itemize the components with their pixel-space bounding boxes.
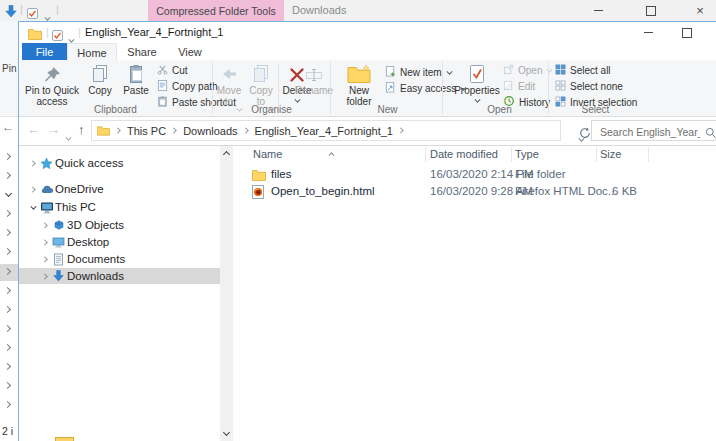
- background-window-left-edge: Pin ← 2 i: [0, 21, 18, 441]
- pin-to-quick-access-button[interactable]: Pin to Quick access: [23, 62, 81, 107]
- breadcrumb-chevron-icon[interactable]: [116, 128, 122, 134]
- sidebar-scrollbar[interactable]: [220, 146, 233, 441]
- tree-chevron-icon[interactable]: [5, 382, 12, 389]
- folder-icon: [252, 169, 266, 183]
- button-label: Properties: [454, 85, 500, 96]
- column-separator[interactable]: [596, 147, 597, 162]
- document-icon: [50, 253, 67, 266]
- tree-chevron-icon[interactable]: [5, 210, 12, 217]
- breadcrumb-chevron-icon[interactable]: [398, 128, 404, 134]
- tree-chevron-icon[interactable]: [42, 222, 48, 228]
- paste-button[interactable]: Paste: [119, 62, 153, 96]
- tree-chevron-icon[interactable]: [5, 153, 12, 160]
- tree-chevron-icon[interactable]: [5, 363, 12, 370]
- tab-file[interactable]: File: [22, 43, 67, 60]
- properties-icon: [468, 62, 486, 84]
- open-button[interactable]: Open: [503, 63, 553, 77]
- column-separator[interactable]: [648, 147, 649, 162]
- tree-chevron-icon[interactable]: [42, 273, 48, 279]
- tree-chevron-icon[interactable]: [5, 401, 12, 408]
- context-tab-compressed-folder-tools[interactable]: Compressed Folder Tools: [148, 0, 284, 21]
- column-header-date-modified[interactable]: Date modified: [430, 148, 498, 160]
- cut-button[interactable]: Cut: [157, 63, 188, 77]
- tree-chevron-icon[interactable]: [42, 256, 48, 262]
- breadcrumb-chevron-icon[interactable]: [243, 128, 249, 134]
- tree-chevron-expanded-icon[interactable]: [30, 204, 36, 210]
- move-to-button[interactable]: Move to: [214, 62, 244, 107]
- tree-chevron-icon[interactable]: [5, 287, 12, 294]
- sidebar-item-downloads[interactable]: Downloads: [19, 268, 220, 284]
- tree-chevron-icon[interactable]: [5, 344, 12, 351]
- address-breadcrumb-bar[interactable]: This PC Downloads English_Year_4_Fortnig…: [91, 120, 561, 141]
- copy-to-button[interactable]: Copy to: [246, 62, 276, 107]
- window-title: English_Year_4_Fortnight_1: [85, 26, 223, 38]
- select-all-icon: [555, 64, 566, 77]
- new-folder-button[interactable]: New folder: [337, 62, 381, 107]
- sidebar-item-desktop[interactable]: Desktop: [19, 234, 220, 250]
- bg-minimize-button[interactable]: [586, 0, 610, 21]
- file-type: File folder: [515, 168, 566, 180]
- rename-button[interactable]: Rename: [297, 62, 331, 96]
- tab-home[interactable]: Home: [67, 43, 117, 61]
- chevron-down-icon: [474, 98, 480, 104]
- scroll-up-icon[interactable]: [223, 150, 230, 157]
- button-label: Select none: [570, 81, 623, 92]
- forward-button[interactable]: →: [47, 123, 60, 137]
- recent-locations-chevron-icon[interactable]: [66, 136, 72, 142]
- file-size: 6 KB: [573, 185, 637, 197]
- sidebar-item-quick-access[interactable]: Quick access: [19, 155, 220, 171]
- edit-button[interactable]: Edit: [503, 79, 535, 93]
- select-none-button[interactable]: Select none: [555, 79, 623, 93]
- sidebar-item-label: This PC: [55, 201, 96, 213]
- column-header-size[interactable]: Size: [600, 148, 621, 160]
- search-box[interactable]: [591, 120, 716, 141]
- bg-maximize-button[interactable]: [639, 0, 663, 21]
- tree-chevron-icon[interactable]: [30, 160, 36, 166]
- file-row-files[interactable]: files 16/03/2020 2:14 PM File folder: [233, 166, 716, 183]
- breadcrumb-downloads[interactable]: Downloads: [183, 125, 237, 137]
- column-header-type[interactable]: Type: [515, 148, 539, 160]
- tree-chevron-icon[interactable]: [5, 229, 12, 236]
- tab-view[interactable]: View: [167, 43, 213, 60]
- maximize-button[interactable]: [675, 22, 699, 43]
- tree-chevron-icon[interactable]: [5, 248, 12, 255]
- maximize-icon: [646, 6, 656, 16]
- tab-share[interactable]: Share: [117, 43, 167, 60]
- back-button[interactable]: ←: [27, 123, 40, 137]
- select-all-button[interactable]: Select all: [555, 63, 611, 77]
- close-button[interactable]: ×: [709, 22, 716, 43]
- sidebar-item-documents[interactable]: Documents: [19, 251, 220, 267]
- tree-chevron-icon[interactable]: [42, 239, 48, 245]
- tree-chevron-icon[interactable]: [5, 172, 12, 179]
- tree-chevron-icon[interactable]: [5, 306, 12, 313]
- tree-chevron-icon[interactable]: [30, 186, 36, 192]
- search-input[interactable]: [598, 122, 702, 141]
- sidebar-item-3d-objects[interactable]: 3D Objects: [19, 217, 220, 233]
- tree-chevron-icon[interactable]: [5, 268, 12, 275]
- breadcrumb-chevron-icon[interactable]: [172, 128, 178, 134]
- properties-button[interactable]: Properties: [453, 62, 501, 104]
- column-header-name[interactable]: Name: [253, 148, 282, 160]
- refresh-icon[interactable]: [579, 125, 591, 143]
- breadcrumb-current-folder[interactable]: English_Year_4_Fortnight_1: [255, 125, 393, 137]
- up-button[interactable]: ↑: [78, 123, 85, 137]
- tree-chevron-icon[interactable]: [5, 325, 12, 332]
- sidebar-item-onedrive[interactable]: OneDrive: [19, 181, 220, 197]
- copy-button[interactable]: Copy: [83, 62, 117, 96]
- bg-back-arrow-icon[interactable]: ←: [2, 120, 14, 134]
- ribbon-group-open: Properties Open Edit History Open: [451, 60, 548, 116]
- column-separator[interactable]: [511, 147, 512, 162]
- copy-path-button[interactable]: Copy path: [157, 79, 218, 93]
- close-icon: ×: [696, 4, 704, 17]
- minimize-button[interactable]: [636, 22, 660, 43]
- tree-chevron-expanded-icon[interactable]: [5, 191, 12, 198]
- folder-icon: [97, 125, 110, 136]
- scroll-down-icon[interactable]: [223, 430, 230, 437]
- sidebar-item-this-pc[interactable]: This PC: [19, 199, 220, 215]
- column-separator[interactable]: [425, 147, 426, 162]
- bg-close-button[interactable]: ×: [688, 0, 712, 21]
- breadcrumb-this-pc[interactable]: This PC: [127, 125, 166, 137]
- chevron-down-icon: [294, 98, 300, 104]
- button-label: New item: [400, 67, 442, 78]
- file-row-open-to-begin[interactable]: Open_to_begin.html 16/03/2020 9:28 AM Fi…: [233, 183, 716, 200]
